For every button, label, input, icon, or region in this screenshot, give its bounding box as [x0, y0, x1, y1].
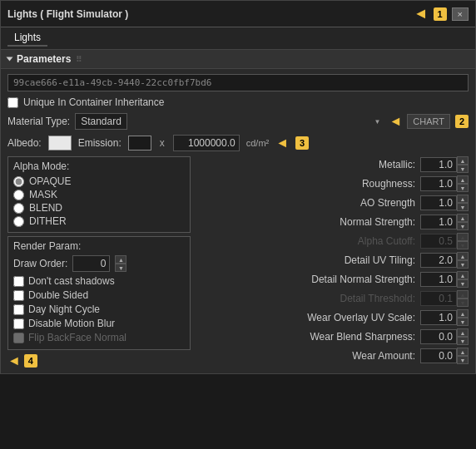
- flip-backface-label: Flip BackFace Normal: [28, 332, 126, 343]
- roughness-row: Roughness: ▲ ▼: [197, 175, 469, 192]
- unique-inheritance-checkbox[interactable]: [7, 97, 18, 108]
- wear-overlay-uv-scale-up[interactable]: ▲: [457, 309, 469, 318]
- left-column: Alpha Mode: OPAQUE MASK BLEND: [7, 156, 191, 368]
- roughness-label: Roughness:: [197, 178, 420, 190]
- wear-amount-input-group: ▲ ▼: [420, 348, 469, 364]
- detail-normal-strength-down[interactable]: ▼: [457, 279, 469, 288]
- normal-strength-down[interactable]: ▼: [457, 222, 469, 230]
- two-col-layout: Alpha Mode: OPAQUE MASK BLEND: [7, 156, 469, 368]
- metallic-up[interactable]: ▲: [457, 156, 469, 165]
- main-panel: Lights ( Flight Simulator ) ◄ 1 × Lights…: [0, 0, 476, 374]
- wear-amount-up[interactable]: ▲: [457, 348, 469, 356]
- wear-overlay-uv-scale-row: Wear Overlay UV Scale: ▲ ▼: [197, 309, 469, 326]
- annotation-arrow-2: ◄: [389, 114, 402, 129]
- albedo-color-swatch[interactable]: [48, 136, 72, 150]
- ao-strength-label: AO Strength: [197, 197, 420, 209]
- wear-blend-sharpness-input[interactable]: [420, 329, 457, 344]
- section-handle[interactable]: ⠿: [76, 55, 82, 64]
- ao-strength-down[interactable]: ▼: [457, 203, 469, 211]
- wear-blend-sharpness-down[interactable]: ▼: [457, 337, 469, 345]
- disable-motion-blur-checkbox[interactable]: [13, 318, 24, 329]
- wear-overlay-uv-scale-down[interactable]: ▼: [457, 318, 469, 326]
- dont-cast-shadows-label: Don't cast shadows: [28, 275, 115, 287]
- panel-title: Lights ( Flight Simulator ): [7, 8, 128, 20]
- badge-1: 1: [434, 7, 447, 21]
- draw-order-row: Draw Order: ▲ ▼: [13, 255, 185, 272]
- annotation-arrow-3: ◄: [275, 136, 289, 150]
- uuid-input[interactable]: [7, 74, 469, 91]
- detail-uv-tiling-label: Detail UV Tiling:: [197, 254, 420, 266]
- detail-threshold-up: ▲: [457, 290, 469, 299]
- collapse-icon[interactable]: [7, 57, 13, 62]
- render-param-box: Render Param: Draw Order: ▲ ▼ Don't cast…: [7, 236, 191, 350]
- emission-label: Emission:: [78, 137, 121, 149]
- alpha-opaque-radio[interactable]: [13, 176, 24, 187]
- wear-blend-sharpness-row: Wear Blend Sharpness: ▲ ▼: [197, 328, 469, 345]
- roughness-down[interactable]: ▼: [457, 184, 469, 192]
- metallic-down[interactable]: ▼: [457, 165, 469, 173]
- roughness-up[interactable]: ▲: [457, 175, 469, 184]
- wear-overlay-uv-scale-input[interactable]: [420, 310, 457, 325]
- ao-strength-input[interactable]: [420, 195, 457, 210]
- checkbox-flip-backface: Flip BackFace Normal: [13, 332, 185, 343]
- alpha-blend-radio[interactable]: [13, 203, 24, 214]
- metallic-row: Metallic: ▲ ▼: [197, 156, 469, 173]
- alpha-dither-label: DITHER: [29, 215, 67, 227]
- detail-normal-strength-up[interactable]: ▲: [457, 271, 469, 279]
- emission-value-input[interactable]: [173, 135, 240, 151]
- normal-strength-up[interactable]: ▲: [457, 214, 469, 222]
- detail-uv-tiling-input[interactable]: [420, 253, 457, 268]
- detail-normal-strength-input-group: ▲ ▼: [420, 271, 469, 288]
- alpha-cutoff-up: ▲: [457, 233, 469, 241]
- emission-unit: cd/m²: [246, 138, 270, 148]
- wear-amount-down[interactable]: ▼: [457, 356, 469, 364]
- wear-amount-row: Wear Amount: ▲ ▼: [197, 348, 469, 364]
- ao-strength-up[interactable]: ▲: [457, 195, 469, 203]
- metallic-input[interactable]: [420, 157, 457, 172]
- alpha-dither-radio[interactable]: [13, 216, 24, 227]
- roughness-input-group: ▲ ▼: [420, 175, 469, 192]
- annotation-arrow-4: ◄: [7, 353, 21, 368]
- alpha-mask-radio[interactable]: [13, 190, 24, 200]
- wear-overlay-uv-scale-input-group: ▲ ▼: [420, 309, 469, 326]
- chart-button[interactable]: CHART: [407, 114, 450, 129]
- wear-amount-label: Wear Amount:: [197, 350, 420, 362]
- alpha-cutoff-label: Alpha Cutoff:: [197, 235, 420, 247]
- title-bar: Lights ( Flight Simulator ) ◄ 1 ×: [1, 1, 475, 27]
- detail-uv-tiling-down[interactable]: ▼: [457, 260, 469, 269]
- disable-motion-blur-label: Disable Motion Blur: [28, 318, 115, 329]
- normal-strength-label: Normal Strength:: [197, 216, 420, 228]
- detail-uv-tiling-up[interactable]: ▲: [457, 252, 469, 260]
- day-night-cycle-label: Day Night Cycle: [28, 303, 100, 315]
- detail-normal-strength-label: Detail Normal Strength:: [197, 274, 420, 285]
- badge-4: 4: [24, 354, 37, 368]
- detail-threshold-input: [420, 291, 457, 306]
- draw-order-label: Draw Order:: [13, 258, 67, 269]
- material-type-select[interactable]: Standard: [75, 113, 127, 130]
- alpha-dither-row: DITHER: [13, 215, 185, 227]
- draw-order-down[interactable]: ▼: [115, 264, 126, 272]
- emission-color-swatch[interactable]: [128, 136, 151, 150]
- ao-strength-input-group: ▲ ▼: [420, 195, 469, 211]
- checkbox-day-night-cycle: Day Night Cycle: [13, 303, 185, 315]
- annotation-arrow-1: ◄: [414, 5, 429, 22]
- draw-order-up[interactable]: ▲: [115, 255, 126, 264]
- double-sided-checkbox[interactable]: [13, 290, 24, 301]
- wear-blend-sharpness-up[interactable]: ▲: [457, 328, 469, 337]
- material-type-wrapper: Standard: [75, 113, 384, 130]
- tab-lights[interactable]: Lights: [7, 30, 47, 47]
- normal-strength-input[interactable]: [420, 215, 457, 229]
- albedo-label: Albedo:: [7, 137, 42, 149]
- alpha-blend-label: BLEND: [29, 202, 62, 214]
- draw-order-input[interactable]: [72, 255, 110, 272]
- day-night-cycle-checkbox[interactable]: [13, 304, 24, 315]
- section-header: Parameters ⠿: [1, 50, 475, 69]
- detail-normal-strength-input[interactable]: [420, 272, 457, 287]
- detail-threshold-row: Detail Threshold: ▲ ▼: [197, 290, 469, 307]
- close-button[interactable]: ×: [452, 7, 469, 21]
- alpha-opaque-label: OPAQUE: [29, 175, 71, 187]
- wear-amount-input[interactable]: [420, 348, 457, 363]
- dont-cast-shadows-checkbox[interactable]: [13, 276, 24, 287]
- annotation-4-row: ◄ 4: [7, 353, 191, 368]
- roughness-input[interactable]: [420, 176, 457, 191]
